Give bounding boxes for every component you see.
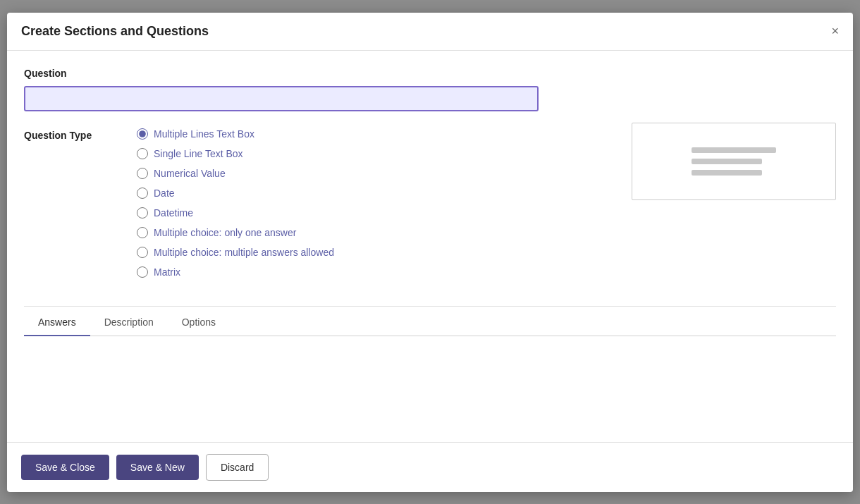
tabs-content	[24, 336, 836, 379]
radio-multiple-lines[interactable]	[137, 128, 148, 140]
radio-item-mc-many[interactable]: Multiple choice: multiple answers allowe…	[137, 247, 334, 258]
modal-header: Create Sections and Questions ×	[7, 13, 853, 51]
radio-label-single-line: Single Line Text Box	[154, 148, 243, 159]
radio-label-mc-one: Multiple choice: only one answer	[154, 227, 296, 238]
radio-label-mc-many: Multiple choice: multiple answers allowe…	[154, 247, 334, 258]
modal-dialog: Create Sections and Questions × Question…	[7, 13, 853, 492]
question-type-label: Question Type	[24, 128, 109, 141]
discard-button[interactable]: Discard	[206, 454, 269, 481]
preview-lines	[692, 147, 776, 176]
question-section: Question	[24, 68, 836, 111]
save-new-button[interactable]: Save & New	[116, 455, 199, 480]
radio-date[interactable]	[137, 188, 148, 199]
question-type-row: Question Type Multiple Lines Text Box Si…	[24, 128, 836, 295]
question-type-section: Question Type Multiple Lines Text Box Si…	[24, 128, 334, 278]
radio-label-numerical: Numerical Value	[154, 168, 226, 179]
tabs-section: Answers Description Options	[24, 306, 836, 379]
radio-item-matrix[interactable]: Matrix	[137, 266, 334, 278]
close-button[interactable]: ×	[831, 25, 839, 37]
question-input[interactable]	[24, 86, 539, 111]
question-label: Question	[24, 68, 836, 79]
radio-label-matrix: Matrix	[154, 266, 180, 278]
modal-title: Create Sections and Questions	[21, 24, 209, 39]
radio-label-date: Date	[154, 188, 175, 199]
radio-label-multiple-lines: Multiple Lines Text Box	[154, 128, 254, 140]
modal-footer: Save & Close Save & New Discard	[7, 442, 853, 492]
radio-item-single-line[interactable]: Single Line Text Box	[137, 148, 334, 159]
preview-line-2	[692, 159, 762, 164]
radio-matrix[interactable]	[137, 266, 148, 278]
preview-line-3	[692, 170, 762, 176]
question-type-preview	[632, 123, 836, 200]
radio-mc-one[interactable]	[137, 227, 148, 238]
tab-description[interactable]: Description	[90, 309, 168, 336]
preview-line-1	[692, 147, 776, 153]
radio-mc-many[interactable]	[137, 247, 148, 258]
save-close-button[interactable]: Save & Close	[21, 455, 109, 480]
tabs-header: Answers Description Options	[24, 307, 836, 336]
radio-single-line[interactable]	[137, 148, 148, 159]
modal-body: Question Question Type Multiple Lines Te…	[7, 51, 853, 442]
radio-datetime[interactable]	[137, 207, 148, 219]
radio-item-date[interactable]: Date	[137, 188, 334, 199]
radio-item-mc-one[interactable]: Multiple choice: only one answer	[137, 227, 334, 238]
tab-answers[interactable]: Answers	[24, 309, 90, 336]
radio-label-datetime: Datetime	[154, 207, 193, 219]
tab-options[interactable]: Options	[168, 309, 230, 336]
radio-group: Multiple Lines Text Box Single Line Text…	[137, 128, 334, 278]
radio-item-numerical[interactable]: Numerical Value	[137, 168, 334, 179]
modal-overlay: Create Sections and Questions × Question…	[0, 0, 860, 504]
radio-item-multiple-lines[interactable]: Multiple Lines Text Box	[137, 128, 334, 140]
radio-numerical[interactable]	[137, 168, 148, 179]
radio-item-datetime[interactable]: Datetime	[137, 207, 334, 219]
